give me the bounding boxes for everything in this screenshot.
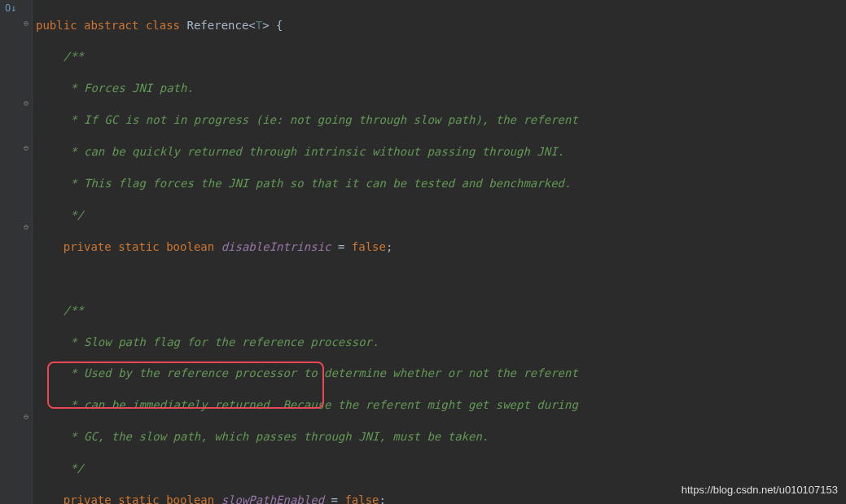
code-line[interactable]: */	[36, 461, 846, 476]
fold-icon[interactable]: ⊖	[24, 221, 28, 233]
editor-gutter[interactable]: O↓ ⊖ ⊖ ⊖ ⊖ ⊖	[0, 0, 33, 504]
code-line[interactable]: * This flag forces the JNI path so that …	[36, 176, 846, 191]
watermark-text: https://blog.csdn.net/u010107153	[682, 483, 838, 497]
code-line[interactable]: * Used by the reference processor to det…	[36, 366, 846, 381]
code-content[interactable]: public abstract class Reference<T> { /**…	[33, 0, 846, 504]
code-line[interactable]: * Forces JNI path.	[36, 81, 846, 96]
code-line[interactable]: * Slow path flag for the reference proce…	[36, 335, 846, 350]
code-line[interactable]: * GC, the slow path, which passes throug…	[36, 429, 846, 445]
override-icon[interactable]: O↓	[5, 2, 16, 15]
code-line[interactable]: * can be quickly returned through intrin…	[36, 144, 846, 160]
code-line[interactable]: private static boolean disableIntrinsic …	[36, 239, 846, 255]
fold-icon[interactable]: ⊖	[24, 98, 28, 109]
code-line[interactable]: /**	[36, 303, 846, 318]
code-line[interactable]: public abstract class Reference<T> {	[36, 18, 846, 33]
code-editor: O↓ ⊖ ⊖ ⊖ ⊖ ⊖ public abstract class Refer…	[0, 0, 846, 504]
code-line[interactable]: /**	[36, 49, 846, 64]
code-line[interactable]: * can be immediately returned. Because t…	[36, 397, 846, 413]
code-line[interactable]	[36, 271, 846, 287]
fold-icon[interactable]: ⊖	[24, 18, 28, 29]
fold-icon[interactable]: ⊖	[24, 411, 28, 423]
code-line[interactable]: */	[36, 208, 846, 223]
fold-icon[interactable]: ⊖	[24, 142, 28, 154]
code-line[interactable]: * If GC is not in progress (ie: not goin…	[36, 112, 846, 128]
